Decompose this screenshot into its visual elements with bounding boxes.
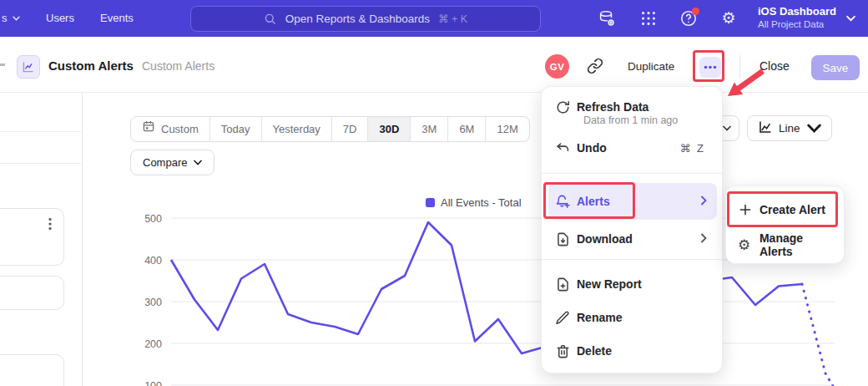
legend-label: All Events - Total [441, 196, 522, 209]
app-root: 500400300200100 All Events - Total Custo… [0, 0, 868, 386]
report-type-icon [17, 55, 40, 79]
menu-divider [542, 259, 722, 260]
menu-item-label: Alerts [577, 195, 610, 208]
report-header: Custom Alerts Custom Alerts GV Duplicate… [0, 37, 868, 93]
menu-item-label: Refresh Data [577, 100, 648, 114]
context-menu: Refresh Data Data from 1 min ago Undo ⌘ … [541, 86, 723, 373]
chart-type-button[interactable]: Line [747, 115, 832, 141]
range-3m[interactable]: 3M [411, 117, 448, 141]
refresh-data-subtitle: Data from 1 min ago [583, 114, 678, 126]
menu-item-rename[interactable]: Rename [548, 304, 717, 331]
chevron-down-icon [194, 160, 202, 165]
plus-icon [733, 202, 760, 217]
top-navigation-bar: s Users Events Open Reports & Dashboards… [0, 0, 868, 37]
date-range-control: Custom Today Yesterday 7D 30D 3M 6M 12M [130, 116, 530, 142]
pencil-icon [548, 310, 577, 326]
range-today[interactable]: Today [210, 117, 262, 141]
more-options-button[interactable] [699, 57, 721, 78]
menu-item-label: Rename [577, 311, 622, 324]
sidebar-divider [82, 93, 83, 386]
apps-grid-icon[interactable] [639, 9, 658, 28]
download-file-icon [548, 231, 577, 247]
project-name: iOS Dashboard [758, 4, 836, 18]
compare-label: Compare [143, 156, 187, 169]
menu-item-label: Delete [577, 344, 612, 358]
duplicate-button[interactable]: Duplicate [628, 60, 674, 73]
menu-item-delete[interactable]: Delete [548, 338, 717, 364]
menu-item-label: New Report [577, 277, 642, 291]
submenu-item-manage-alerts[interactable]: ⚙ Manage Alerts [733, 230, 839, 260]
menu-divider [542, 173, 722, 174]
chevron-right-icon [700, 231, 707, 246]
project-switcher[interactable]: iOS Dashboard All Project Data [758, 4, 836, 31]
settings-gear-icon[interactable]: ⚙ [719, 9, 738, 28]
menu-item-alerts[interactable]: Alerts [548, 183, 717, 220]
search-shortcut: ⌘ + K [438, 13, 467, 25]
breadcrumb[interactable]: Custom Alerts [142, 59, 214, 73]
menu-item-label: Download [577, 232, 633, 246]
search-placeholder: Open Reports & Dashboards [285, 13, 430, 25]
nav-cut-label: s [2, 12, 8, 24]
nav-item-events[interactable]: Events [100, 12, 134, 24]
sidebar-card[interactable] [0, 354, 64, 386]
sidebar-row-divider [0, 163, 81, 164]
sidebar-card[interactable] [0, 276, 64, 310]
project-scope: All Project Data [758, 18, 836, 31]
bell-plus-icon [548, 194, 577, 210]
avatar[interactable]: GV [545, 54, 569, 79]
legend-item[interactable]: All Events - Total [426, 196, 522, 209]
notification-badge [692, 8, 699, 15]
menu-item-new-report[interactable]: New Report [548, 271, 717, 297]
alerts-submenu: Create Alert ⚙ Manage Alerts [725, 185, 845, 264]
sidebar-row-divider [0, 131, 81, 132]
trash-icon [548, 343, 577, 359]
submenu-item-label: Create Alert [760, 203, 825, 216]
data-connections-icon[interactable] [598, 9, 616, 28]
toolbar-divider [739, 55, 740, 79]
chevron-down-icon [807, 121, 821, 135]
sidebar-card[interactable] [0, 208, 64, 266]
menu-item-label: Undo [577, 141, 607, 155]
search-icon [264, 13, 277, 26]
new-report-icon [548, 277, 577, 292]
undo-shortcut: ⌘ Z [679, 142, 705, 155]
copy-link-icon[interactable] [587, 58, 603, 74]
close-button[interactable]: Close [760, 59, 790, 73]
range-custom[interactable]: Custom [131, 117, 210, 141]
save-button[interactable]: Save [811, 55, 860, 80]
menu-item-undo[interactable]: Undo ⌘ Z [548, 137, 717, 159]
search-input[interactable]: Open Reports & Dashboards ⌘ + K [190, 6, 541, 32]
submenu-item-create-alert[interactable]: Create Alert [733, 195, 839, 225]
undo-icon [548, 140, 577, 156]
range-label: Custom [161, 117, 199, 141]
menu-item-download[interactable]: Download [548, 226, 717, 252]
clipped-element [0, 63, 5, 66]
range-yesterday[interactable]: Yesterday [262, 117, 332, 141]
range-12m[interactable]: 12M [486, 117, 528, 141]
chart-type-label: Line [779, 122, 800, 135]
submenu-item-label: Manage Alerts [760, 231, 839, 258]
legend-swatch [426, 198, 435, 207]
gear-icon: ⚙ [733, 237, 760, 253]
chevron-down-icon[interactable] [846, 15, 855, 22]
help-icon[interactable] [679, 9, 698, 28]
chevron-down-icon [723, 125, 731, 131]
range-6m[interactable]: 6M [448, 117, 486, 141]
line-chart-icon [758, 120, 772, 137]
refresh-icon [548, 99, 577, 115]
compare-button[interactable]: Compare [130, 150, 214, 175]
nav-item-clipped[interactable]: s [2, 12, 20, 24]
range-30d-active[interactable]: 30D [368, 117, 411, 141]
kebab-menu-icon[interactable] [48, 217, 52, 234]
page-title: Custom Alerts [48, 58, 134, 73]
chevron-right-icon [700, 194, 707, 209]
range-7d[interactable]: 7D [332, 117, 369, 141]
chevron-down-icon [13, 16, 20, 21]
calendar-icon [142, 117, 155, 141]
nav-item-users[interactable]: Users [46, 12, 74, 24]
